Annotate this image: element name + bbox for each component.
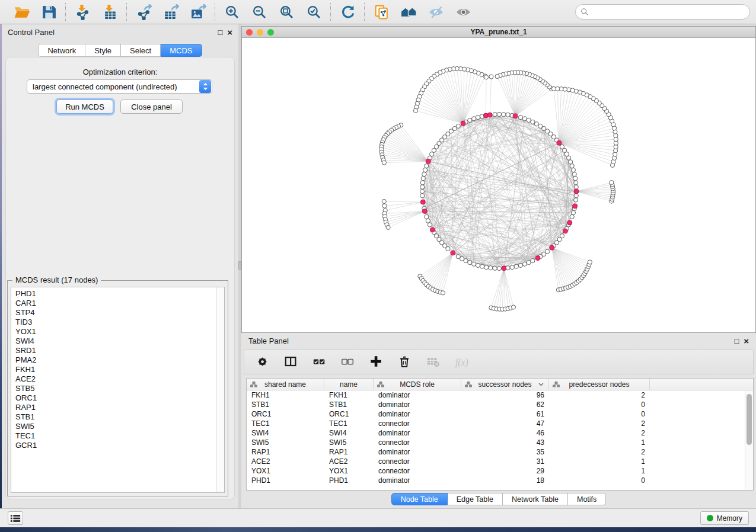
mcds-result-item[interactable]: CAR1 [15, 299, 216, 308]
column-header-name[interactable]: name [324, 379, 374, 390]
export-network-button[interactable] [134, 2, 153, 21]
network-canvas[interactable] [242, 38, 755, 332]
show-all-button[interactable] [454, 2, 473, 21]
mcds-result-item[interactable]: PMA2 [15, 355, 216, 365]
tab-node-table[interactable]: Node Table [391, 493, 448, 505]
table-row[interactable]: RAP1RAP1dominator352 [247, 447, 753, 457]
hide-selected-button[interactable] [426, 2, 445, 21]
copy-network-button[interactable] [372, 2, 391, 21]
show-column-button[interactable] [283, 354, 299, 370]
close-table-panel-icon[interactable]: × [744, 336, 749, 345]
deselect-all-button[interactable] [340, 354, 356, 370]
tab-select[interactable]: Select [121, 44, 161, 57]
tab-mcds[interactable]: MCDS [161, 44, 202, 57]
zoom-fit-icon [279, 4, 295, 20]
optimization-criterion-select[interactable]: largest connected component (undirected) [27, 79, 212, 94]
mcds-result-item[interactable]: STP4 [15, 308, 216, 318]
table-row[interactable]: YOX1YOX1connector291 [247, 466, 753, 476]
status-bar: Memory [0, 508, 756, 527]
column-header-mcds-role[interactable]: MCDS role [374, 379, 461, 390]
delete-table-button [426, 354, 441, 370]
mcds-result-title: MCDS result (17 nodes) [12, 275, 101, 284]
control-panel-title: Control Panel [8, 28, 55, 37]
close-panel-icon[interactable]: × [227, 28, 232, 37]
tab-edge-table[interactable]: Edge Table [448, 493, 503, 505]
table-header-row: shared namenameMCDS rolesuccessor nodesp… [247, 379, 753, 390]
table-row[interactable]: STB1STB1dominator620 [247, 400, 753, 409]
float-table-panel-icon[interactable]: □ [734, 337, 739, 345]
mcds-result-item[interactable]: SWI5 [15, 422, 216, 431]
mcds-result-item[interactable]: STB1 [15, 412, 216, 422]
mcds-result-item[interactable]: TID3 [15, 318, 216, 327]
table-row[interactable]: ORC1ORC1dominator610 [247, 409, 753, 419]
mcds-result-item[interactable]: FKH1 [15, 365, 216, 374]
import-table-button[interactable] [100, 2, 119, 21]
mcds-result-item[interactable]: SRD1 [15, 346, 216, 355]
table-row[interactable]: SWI4SWI4dominator462 [247, 428, 753, 438]
export-table-button[interactable] [161, 2, 180, 21]
delete-column-button[interactable] [397, 354, 413, 370]
tab-network[interactable]: Network [38, 44, 85, 57]
table-row[interactable]: PHD1PHD1dominator180 [247, 476, 753, 485]
refresh-icon [340, 4, 356, 20]
zoom-out-button[interactable] [250, 2, 269, 21]
mcds-list-scrollbar[interactable] [216, 287, 224, 492]
mcds-result-item[interactable]: ORC1 [15, 393, 216, 403]
open-folder-button[interactable] [12, 2, 31, 21]
settings-gear-button[interactable] [255, 354, 270, 370]
table-row[interactable]: TEC1TEC1connector472 [247, 419, 753, 428]
toolbar-separator [215, 3, 215, 21]
column-header-shared-name[interactable]: shared name [247, 379, 324, 390]
table-scrollbar-thumb[interactable] [747, 394, 752, 445]
svg-text:f(x): f(x) [455, 357, 468, 368]
table-row[interactable]: FKH1FKH1dominator962 [247, 390, 753, 400]
tab-network-table[interactable]: Network Table [503, 493, 568, 505]
table-cell: STB1 [247, 400, 324, 409]
zoom-selected-button[interactable] [304, 2, 323, 21]
deselect-all-icon [341, 355, 355, 369]
tab-motifs[interactable]: Motifs [568, 493, 606, 505]
show-column-icon [284, 355, 298, 369]
mcds-result-list[interactable]: PHD1CAR1STP4TID3YOX1SWI4SRD1PMA2FKH1ACE2… [11, 287, 216, 492]
zoom-fit-button[interactable] [277, 2, 296, 21]
mcds-result-item[interactable]: SWI4 [15, 336, 216, 346]
mcds-result-item[interactable]: TEC1 [15, 431, 216, 441]
table-scrollbar[interactable] [745, 390, 753, 490]
mcds-result-item[interactable]: GCR1 [15, 441, 216, 450]
save-icon [41, 4, 57, 20]
table-cell: dominator [374, 476, 461, 485]
tab-style[interactable]: Style [85, 44, 121, 57]
table-cell: 0 [549, 409, 650, 419]
export-image-button[interactable] [189, 2, 208, 21]
import-network-button[interactable] [73, 2, 92, 21]
zoom-in-button[interactable] [222, 2, 241, 21]
control-panel-header: Control Panel □ × [2, 24, 238, 40]
network-graph[interactable] [242, 38, 755, 332]
mcds-result-item[interactable]: PHD1 [15, 289, 216, 299]
mcds-result-item[interactable]: YOX1 [15, 327, 216, 336]
save-button[interactable] [39, 2, 58, 21]
table-row[interactable]: ACE2ACE2connector311 [247, 457, 753, 466]
select-all-button[interactable] [312, 354, 327, 370]
table-cell: 1 [549, 466, 650, 476]
close-panel-button[interactable]: Close panel [120, 100, 183, 114]
task-history-button[interactable] [8, 511, 23, 525]
table-cell: 2 [549, 390, 650, 400]
table-cell: 0 [549, 400, 650, 409]
refresh-button[interactable] [338, 2, 357, 21]
column-label: predecessor nodes [569, 380, 629, 389]
mcds-result-item[interactable]: STB5 [15, 384, 216, 393]
first-neighbors-button[interactable] [399, 2, 418, 21]
search-input[interactable] [575, 4, 750, 20]
run-mcds-button[interactable]: Run MCDS [56, 100, 113, 114]
mcds-result-item[interactable]: RAP1 [15, 403, 216, 412]
table-row[interactable]: SWI5SWI5connector431 [247, 438, 753, 447]
memory-button[interactable]: Memory [700, 511, 749, 525]
mcds-result-item[interactable]: ACE2 [15, 374, 216, 384]
float-panel-icon[interactable]: □ [218, 28, 222, 36]
add-column-button[interactable] [369, 354, 384, 370]
open-folder-icon [14, 4, 30, 20]
column-header-predecessor-nodes[interactable]: predecessor nodes [549, 379, 650, 390]
table-tabs: Node TableEdge TableNetwork TableMotifs [241, 493, 756, 505]
column-header-successor-nodes[interactable]: successor nodes [461, 379, 549, 390]
